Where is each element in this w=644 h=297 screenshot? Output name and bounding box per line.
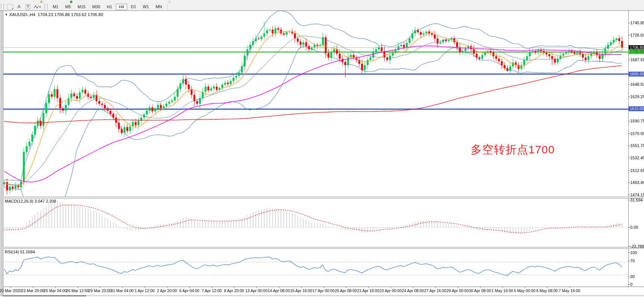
price-axis-label: 1570.95 (630, 131, 644, 136)
letter-a-tool-button[interactable]: A (15, 3, 23, 10)
rsi-axis-label: 100 (630, 250, 637, 255)
time-axis-label: 14 Apr 08:00 (268, 288, 290, 293)
time-axis-label: 17 Apr 00:00 (312, 288, 335, 293)
time-axis-label: 7 May 16:00 (559, 288, 580, 293)
price-tag: 1700.00 (629, 49, 644, 54)
price-axis-label: 1648.50 (630, 82, 644, 87)
time-axis-label: 1 May 16:00 (492, 288, 513, 293)
letter-a-icon: A (18, 4, 20, 9)
rsi-axis-label: 30 (630, 274, 635, 279)
time-axis-label: 25 Mar 04:00 (44, 288, 67, 293)
toolbar-grip-handle[interactable] (1, 4, 4, 9)
time-axis-label: 30 Apr 08:00 (469, 288, 491, 293)
time-axis-label: 20 Apr 08:00 (335, 288, 357, 293)
timeframe-m15-button[interactable]: M15 (75, 4, 88, 10)
macd-indicator-label: MACD(12,26,9) 3.047 2.208 (5, 199, 56, 203)
time-axis-label: 2 Apr 20:00 (157, 288, 177, 293)
ohlc-values-label: 1704.23 1706.88 1703.62 1706.80 (38, 12, 103, 17)
time-axis-label: 1 Apr 12:00 (135, 288, 155, 293)
chart-toolbar: F A T ↗↙ ▾ M1 M5 M15 M30 H1 H4 D1 W1 MN (0, 3, 644, 10)
bottom-panel-edge (3, 296, 86, 296)
grid-f-tool-button[interactable]: F (6, 3, 14, 10)
toolbar-separator (167, 4, 168, 10)
price-axis-label: 1474.15 (630, 193, 644, 197)
macd-axis-label: 31.594 (630, 198, 643, 202)
time-axis-label: 20 Mar 2020 (0, 288, 21, 293)
chart-ohlc-info: ▼XAUUSD-,H4 1704.23 1706.88 1703.62 1706… (5, 12, 103, 17)
price-tag: 1610.00 (629, 106, 644, 111)
timeframe-h1-button[interactable]: H1 (104, 4, 115, 10)
time-axis-label: 29 Mar 23:00 (88, 288, 111, 293)
time-axis-label: 13 Apr 00:00 (245, 288, 268, 293)
symbol-timeframe-label: XAUUSD-,H4 (9, 12, 35, 17)
time-axis-label: 23 Apr 00:00 (379, 288, 402, 293)
time-axis-label: 21 Apr 16:00 (357, 288, 379, 293)
price-axis-label: 1493.40 (630, 180, 644, 185)
macd-axis-label: -23.788 (630, 244, 644, 248)
timeframe-w1-button[interactable]: W1 (140, 4, 152, 10)
price-axis-label: 1590.75 (630, 119, 644, 123)
dotted-grid-icon: F (7, 4, 13, 10)
diagonal-arrows-icon: ↗↙ (33, 4, 38, 9)
bottom-edge-strip (0, 296, 644, 297)
time-axis-label: 7 Apr 12:00 (202, 288, 222, 293)
text-box-icon: T (26, 4, 30, 9)
timeframe-h4-button[interactable]: H4 (116, 4, 127, 10)
time-axis-label: 24 Apr 08:00 (402, 288, 424, 293)
toolbar-grip-handle[interactable] (44, 4, 48, 9)
timeframe-m5-button[interactable]: M5 (62, 4, 74, 10)
time-axis-label: 6 Apr 04:00 (179, 288, 199, 293)
time-axis-label: 31 Mar 04:00 (111, 288, 134, 293)
macd-axis-label: 0.00 (630, 225, 638, 229)
price-axis-label: 1629.25 (630, 94, 644, 99)
timeframe-mn-button[interactable]: MN (153, 4, 165, 10)
time-axis-label: 27 Apr 16:00 (424, 288, 446, 293)
time-axis-label: 26 Mar 12:00 (66, 288, 89, 293)
time-axis-label: 8 Apr 20:00 (224, 288, 244, 293)
rsi-indicator-label: RSI(14) 51.1684 (5, 250, 35, 254)
price-axis-label: 1726.60 (630, 33, 644, 37)
time-axis-label: 5 May 00:00 (514, 288, 536, 293)
time-axis-label: 29 Apr 00:00 (446, 288, 469, 293)
time-axis-label: 6 May 08:00 (536, 288, 558, 293)
price-axis-label: 1532.45 (630, 156, 644, 160)
symbol-dropdown-icon[interactable]: ▼ (5, 13, 8, 16)
timeframe-m30-button[interactable]: M30 (89, 4, 103, 10)
time-axis-label: 15 Apr 16:00 (290, 288, 312, 293)
timeframe-m1-button[interactable]: M1 (50, 4, 61, 10)
rsi-axis-label: 70 (630, 259, 635, 263)
price-axis-label: 1687.55 (630, 57, 644, 62)
dropdown-caret-icon: ▾ (39, 5, 41, 9)
time-axis-label: 23 Mar 20:00 (21, 288, 44, 293)
text-box-tool-button[interactable]: T (24, 3, 32, 10)
price-axis-label: 1745.85 (630, 21, 644, 25)
chart-annotation-text[interactable]: 多空转折点1700 (471, 142, 555, 157)
price-axis-label: 1512.65 (630, 168, 644, 173)
rsi-axis-label: 0 (630, 282, 632, 287)
price-tag: 1665.00 (629, 72, 644, 76)
arrange-windows-button[interactable]: ↗↙ ▾ (33, 3, 41, 10)
price-axis-label: 1551.70 (630, 143, 644, 148)
timeframe-d1-button[interactable]: D1 (128, 4, 139, 10)
